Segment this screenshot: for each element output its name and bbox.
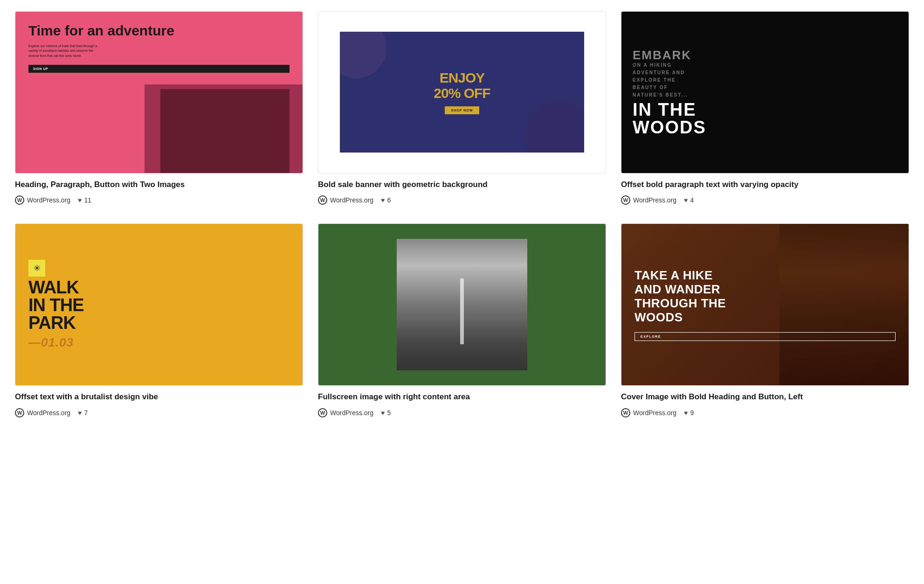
card-3-title: Offset bold paragraph text with varying … <box>621 179 909 190</box>
card-3-source: W WordPress.org <box>621 195 676 205</box>
card-4-source-label: WordPress.org <box>27 409 70 417</box>
card-4-likes-count: 7 <box>84 409 88 417</box>
card-3-sub: ON A HIKINGADVENTURE ANDEXPLORE THEBEAUT… <box>633 62 897 99</box>
card-5-source: W WordPress.org <box>318 408 373 417</box>
card-3-top: EMBARK <box>633 49 897 62</box>
card-5-likes: ♥ 5 <box>381 409 391 417</box>
pattern-grid: Time for an adventure Explore our networ… <box>15 11 909 417</box>
card-2-shop-button: SHOP NOW <box>445 106 480 114</box>
card-1-likes: ♥ 11 <box>78 196 91 204</box>
card-3-preview[interactable]: EMBARK ON A HIKINGADVENTURE ANDEXPLORE T… <box>621 11 909 174</box>
card-2-sale-text: ENJOY20% OFF <box>434 70 490 101</box>
wordpress-icon: W <box>15 195 24 205</box>
card-4-date: —01.03 <box>28 335 290 350</box>
heart-icon-6: ♥ <box>684 409 688 417</box>
card-2-inner: ENJOY20% OFF SHOP NOW <box>340 32 584 153</box>
wordpress-icon-3: W <box>621 195 630 205</box>
card-6-title: Cover Image with Bold Heading and Button… <box>621 391 909 403</box>
card-3-meta: W WordPress.org ♥ 4 <box>621 195 909 205</box>
heart-icon-4: ♥ <box>78 409 82 417</box>
heart-icon-2: ♥ <box>381 196 385 204</box>
card-6-meta: W WordPress.org ♥ 9 <box>621 408 909 417</box>
waterfall-effect <box>460 278 464 344</box>
heart-icon-5: ♥ <box>381 409 385 417</box>
card-5-title: Fullscreen image with right content area <box>318 391 606 403</box>
card-2-source: W WordPress.org <box>318 195 373 205</box>
card-2-preview[interactable]: ENJOY20% OFF SHOP NOW <box>318 11 606 174</box>
card-2-title: Bold sale banner with geometric backgrou… <box>318 179 606 190</box>
card-1-body: Explore our network of trails that lead … <box>28 44 103 59</box>
card-4-title: Offset text with a brutalist design vibe <box>15 391 303 403</box>
card-3-big: IN THEWOODS <box>633 101 897 136</box>
wordpress-icon-4: W <box>15 408 24 417</box>
card-4-meta: W WordPress.org ♥ 7 <box>15 408 303 417</box>
wordpress-icon-6: W <box>621 408 630 417</box>
card-6[interactable]: TAKE A HIKEAND WANDERTHROUGH THEWOODS EX… <box>621 223 909 417</box>
card-3[interactable]: EMBARK ON A HIKINGADVENTURE ANDEXPLORE T… <box>621 11 909 205</box>
card-2-meta: W WordPress.org ♥ 6 <box>318 195 606 205</box>
wordpress-icon-2: W <box>318 195 327 205</box>
card-1-likes-count: 11 <box>84 196 91 204</box>
card-2-likes-count: 6 <box>387 196 391 204</box>
card-1-preview[interactable]: Time for an adventure Explore our networ… <box>15 11 303 174</box>
card-1-title: Heading, Paragraph, Button with Two Imag… <box>15 179 303 190</box>
card-1-image-overlay <box>160 89 290 173</box>
heart-icon-3: ♥ <box>684 196 688 204</box>
card-1-meta: W WordPress.org ♥ 11 <box>15 195 303 205</box>
card-6-likes-count: 9 <box>690 409 694 417</box>
card-2-likes: ♥ 6 <box>381 196 391 204</box>
card-6-source-label: WordPress.org <box>633 409 676 417</box>
card-5[interactable]: Fullscreen image with right content area… <box>318 223 606 417</box>
card-4-preview[interactable]: ✳ WALKIN THEPARK —01.03 <box>15 223 303 386</box>
card-1-button: SIGN UP <box>28 65 290 73</box>
card-3-source-label: WordPress.org <box>633 196 676 204</box>
card-1[interactable]: Time for an adventure Explore our networ… <box>15 11 303 205</box>
card-5-source-label: WordPress.org <box>330 409 373 417</box>
card-3-likes: ♥ 4 <box>684 196 694 204</box>
card-6-explore-button: EXPLORE <box>634 332 896 341</box>
card-3-likes-count: 4 <box>690 196 694 204</box>
card-5-likes-count: 5 <box>387 409 391 417</box>
card-5-preview[interactable] <box>318 223 606 386</box>
card-5-image <box>397 239 527 370</box>
card-4-star: ✳ <box>28 260 45 277</box>
card-6-preview[interactable]: TAKE A HIKEAND WANDERTHROUGH THEWOODS EX… <box>621 223 909 386</box>
card-4-source: W WordPress.org <box>15 408 70 417</box>
card-1-heading: Time for an adventure <box>28 23 290 39</box>
card-1-source-label: WordPress.org <box>27 196 70 204</box>
card-4-likes: ♥ 7 <box>78 409 88 417</box>
heart-icon: ♥ <box>78 196 82 204</box>
card-6-likes: ♥ 9 <box>684 409 694 417</box>
wordpress-icon-5: W <box>318 408 327 417</box>
card-4[interactable]: ✳ WALKIN THEPARK —01.03 Offset text with… <box>15 223 303 417</box>
card-6-source: W WordPress.org <box>621 408 676 417</box>
card-5-meta: W WordPress.org ♥ 5 <box>318 408 606 417</box>
card-1-source: W WordPress.org <box>15 195 70 205</box>
card-6-hike: TAKE A HIKEAND WANDERTHROUGH THEWOODS <box>634 269 896 325</box>
card-2[interactable]: ENJOY20% OFF SHOP NOW Bold sale banner w… <box>318 11 606 205</box>
card-4-walk: WALKIN THEPARK <box>28 278 290 332</box>
card-2-source-label: WordPress.org <box>330 196 373 204</box>
